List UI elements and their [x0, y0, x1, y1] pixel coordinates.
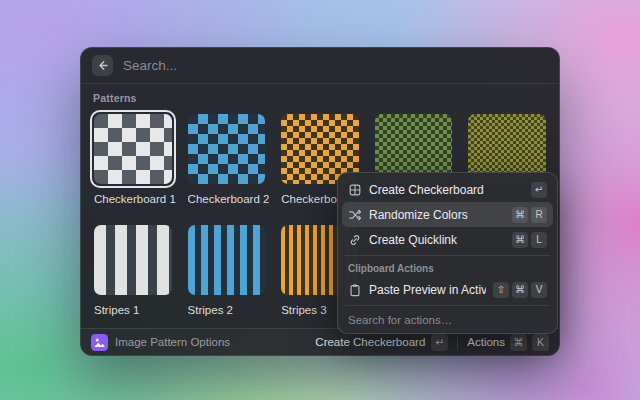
grid-item-stripes-1[interactable]: Stripes 1: [90, 221, 176, 332]
shortcut-keys: ⌘ L: [512, 232, 547, 248]
back-button[interactable]: [92, 55, 113, 76]
shortcut-keys: ⇧ ⌘ V: [493, 282, 547, 298]
image-pattern-app-icon: [91, 334, 108, 351]
pattern-thumbnail: [188, 225, 266, 295]
window-header: Search...: [81, 48, 559, 83]
menu-item-label: Randomize Colors: [369, 208, 505, 222]
primary-action-button[interactable]: Create Checkerboard: [315, 336, 425, 348]
key-cmd: ⌘: [512, 282, 528, 298]
key-shift: ⇧: [493, 282, 509, 298]
selection-border: [90, 110, 176, 188]
shortcut-keys: ⌘ R: [512, 207, 547, 223]
link-icon: [348, 233, 362, 247]
menu-divider: [345, 255, 550, 256]
grid-item-stripes-2[interactable]: Stripes 2: [184, 221, 270, 332]
key-return: ↵: [531, 182, 547, 198]
menu-item-label: Paste Preview in Active App: [369, 283, 486, 297]
actions-search-input[interactable]: Search for actions…: [342, 309, 553, 329]
action-panel: Create Checkerboard ↵ Randomize Colors ⌘…: [337, 172, 558, 334]
selection-border: [90, 221, 176, 299]
pattern-thumbnail: [94, 225, 172, 295]
key-r: R: [531, 207, 547, 223]
pattern-label: Checkerboard 1: [94, 193, 176, 205]
footer-actions: Create Checkerboard ↵ Actions ⌘ K: [315, 334, 549, 351]
key-k: K: [532, 334, 549, 351]
actions-button[interactable]: Actions ⌘ K: [467, 334, 549, 351]
shortcut-keys: ↵: [531, 182, 547, 198]
desktop-background: Search... Patterns Checkerboard 1 Checke…: [0, 0, 640, 400]
search-input[interactable]: Search...: [123, 58, 548, 73]
menu-divider: [345, 305, 550, 306]
selection-border: [184, 110, 270, 188]
menu-item-create-quicklink[interactable]: Create Quicklink ⌘ L: [342, 227, 553, 252]
menu-item-randomize-colors[interactable]: Randomize Colors ⌘ R: [342, 202, 553, 227]
pattern-thumbnail: [188, 114, 266, 184]
menu-item-paste-preview[interactable]: Paste Preview in Active App ⇧ ⌘ V: [342, 277, 553, 302]
clipboard-icon: [348, 283, 362, 297]
footer-divider: [457, 336, 458, 349]
arrow-left-icon: [96, 59, 109, 72]
menu-item-label: Create Quicklink: [369, 233, 505, 247]
footer-app-label: Image Pattern Options: [115, 336, 230, 348]
menu-item-label: Create Checkerboard: [369, 183, 524, 197]
key-l: L: [531, 232, 547, 248]
selection-border: [184, 221, 270, 299]
actions-button-label: Actions: [467, 336, 505, 348]
key-cmd: ⌘: [512, 232, 528, 248]
key-cmd: ⌘: [512, 207, 528, 223]
menu-item-create-checkerboard[interactable]: Create Checkerboard ↵: [342, 177, 553, 202]
checkerboard-icon: [348, 183, 362, 197]
grid-item-checkerboard-2[interactable]: Checkerboard 2: [184, 110, 270, 221]
key-return: ↵: [431, 334, 448, 351]
shuffle-icon: [348, 208, 362, 222]
launcher-window: Search... Patterns Checkerboard 1 Checke…: [80, 47, 560, 356]
pattern-label: Stripes 2: [188, 304, 270, 316]
section-label-patterns: Patterns: [93, 92, 550, 104]
menu-section-clipboard-actions: Clipboard Actions: [342, 259, 553, 277]
key-cmd: ⌘: [510, 334, 527, 351]
pattern-thumbnail: [94, 114, 172, 184]
pattern-label: Stripes 1: [94, 304, 176, 316]
key-v: V: [531, 282, 547, 298]
grid-item-checkerboard-1[interactable]: Checkerboard 1: [90, 110, 176, 221]
pattern-label: Checkerboard 2: [188, 193, 270, 205]
